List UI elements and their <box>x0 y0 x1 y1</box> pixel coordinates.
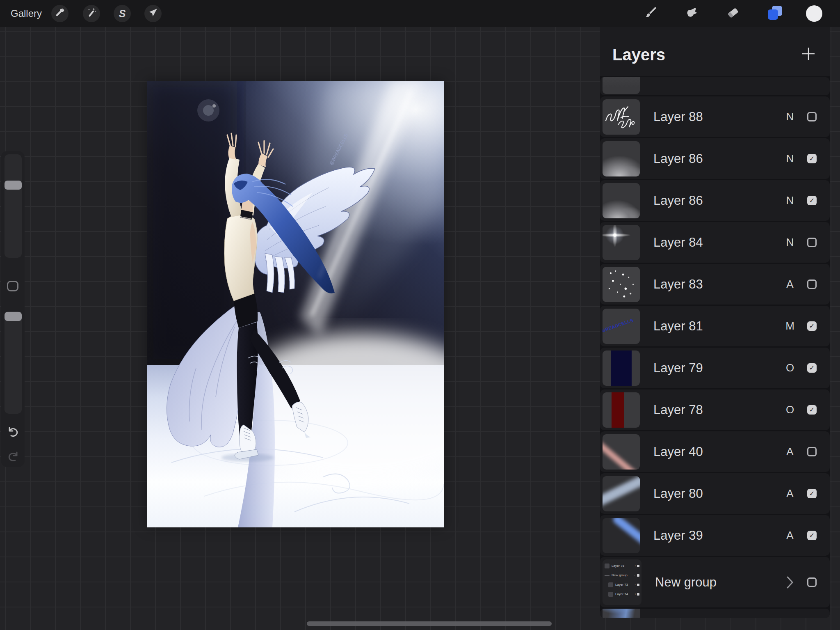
layer-visibility-checkbox[interactable] <box>807 112 817 121</box>
sidebar <box>1 151 25 467</box>
wrench-icon <box>55 7 65 20</box>
layer-thumbnail[interactable] <box>603 609 640 618</box>
layer-row[interactable] <box>600 77 830 95</box>
eraser-button[interactable] <box>725 5 741 22</box>
layer-visibility-checkbox[interactable]: ✓ <box>807 321 817 331</box>
add-layer-button[interactable] <box>800 46 817 63</box>
blend-mode-letter[interactable]: N <box>782 194 798 207</box>
layer-row[interactable]: Layer 39 A ✓ <box>600 515 830 556</box>
layer-thumbnail[interactable] <box>603 183 640 218</box>
redo-button[interactable] <box>4 450 22 465</box>
layer-thumbnail[interactable] <box>603 267 640 302</box>
layer-visibility-checkbox[interactable]: ✓ <box>807 531 817 540</box>
layer-visibility-checkbox[interactable] <box>807 577 817 587</box>
layer-thumbnail[interactable] <box>603 77 640 94</box>
layer-thumbnail[interactable] <box>603 225 640 260</box>
layer-name: Layer 39 <box>653 528 782 543</box>
blend-mode-letter[interactable]: N <box>782 236 798 249</box>
actions-button[interactable] <box>51 5 68 22</box>
smudge-button[interactable] <box>683 5 700 22</box>
selection-button[interactable]: S <box>114 5 131 22</box>
layers-panel: Layers Layer 88 N Layer 86 N ✓ Layer 86 … <box>600 27 830 618</box>
group-mini-row: New group⌄ <box>605 572 639 578</box>
layer-row[interactable]: Layer 86 N ✓ <box>600 180 830 221</box>
brush-button[interactable] <box>643 5 659 22</box>
brush-size-slider[interactable] <box>5 154 22 258</box>
redo-arrow-icon <box>6 450 20 464</box>
blend-mode-letter[interactable]: M <box>782 320 798 332</box>
layer-row[interactable]: Layer 40 A <box>600 431 830 472</box>
layer-name: Layer 84 <box>653 235 782 250</box>
blend-mode-letter[interactable]: O <box>782 362 798 374</box>
adjustments-button[interactable] <box>83 5 100 22</box>
layer-row[interactable]: Layer 79 O ✓ <box>600 348 830 388</box>
layer-visibility-checkbox[interactable]: ✓ <box>807 363 817 373</box>
layer-thumbnail[interactable] <box>603 434 640 470</box>
layer-name: Layer 83 <box>653 277 782 292</box>
paintbrush-icon <box>644 6 658 21</box>
canvas-artwork[interactable]: @BREADCELLS <box>147 81 444 527</box>
opacity-slider[interactable] <box>5 311 22 414</box>
layer-row[interactable] <box>600 609 830 618</box>
modify-button[interactable] <box>7 281 18 291</box>
layer-row[interactable]: BREADCELLS Layer 81 M ✓ <box>600 306 830 346</box>
chevron-right-icon[interactable] <box>782 576 798 589</box>
layer-thumbnail[interactable] <box>603 392 640 428</box>
layer-row[interactable]: Layer 80 A ✓ <box>600 473 830 514</box>
layer-thumbnail[interactable] <box>603 141 640 176</box>
group-mini-row: Layer 74‹ <box>608 591 639 597</box>
layer-visibility-checkbox[interactable] <box>807 279 817 289</box>
transform-arrow-icon <box>148 7 158 20</box>
layer-row[interactable]: Layer 88 N <box>600 96 830 137</box>
layer-row[interactable]: Layer 84 N <box>600 222 830 263</box>
layers-button[interactable] <box>767 5 783 22</box>
magic-wand-icon <box>86 7 97 20</box>
color-button[interactable] <box>806 5 822 22</box>
gallery-button[interactable]: Gallery <box>11 0 42 27</box>
horizontal-scrollbar[interactable] <box>307 621 552 626</box>
layer-thumbnail[interactable] <box>603 476 640 511</box>
selection-s-icon: S <box>119 9 126 19</box>
smudge-finger-icon <box>685 6 698 21</box>
layer-row[interactable]: Layer 83 A <box>600 264 830 305</box>
layer-visibility-checkbox[interactable] <box>807 238 817 247</box>
layer-row[interactable]: Layer 75‹New group⌄Layer 73‹Layer 74‹ Ne… <box>600 557 830 607</box>
layer-thumbnail[interactable] <box>603 518 640 553</box>
layer-row[interactable]: Layer 78 O ✓ <box>600 389 830 430</box>
layer-name: Layer 88 <box>653 110 782 124</box>
undo-button[interactable] <box>4 425 22 440</box>
layer-name: Layer 86 <box>653 151 782 166</box>
blend-mode-letter[interactable]: N <box>782 110 798 123</box>
layer-name: Layer 78 <box>653 403 782 417</box>
layer-name: Layer 81 <box>653 319 782 334</box>
transform-button[interactable] <box>144 5 162 22</box>
brush-size-handle[interactable] <box>5 181 22 190</box>
layers-panel-title: Layers <box>612 46 665 64</box>
layers-list[interactable]: Layer 88 N Layer 86 N ✓ Layer 86 N ✓ Lay… <box>600 77 830 618</box>
topbar: Gallery S <box>0 0 840 27</box>
layer-name: Layer 40 <box>653 444 782 459</box>
layer-thumbnail[interactable]: BREADCELLS <box>603 309 640 344</box>
group-mini-row: Layer 75‹ <box>605 563 639 569</box>
plus-icon <box>801 46 816 63</box>
layer-thumbnail[interactable] <box>603 351 640 386</box>
blend-mode-letter[interactable]: A <box>782 487 798 500</box>
blend-mode-letter[interactable]: A <box>782 445 798 458</box>
blend-mode-letter[interactable]: O <box>782 403 798 416</box>
layers-panel-header: Layers <box>600 27 830 76</box>
layer-visibility-checkbox[interactable]: ✓ <box>807 196 817 205</box>
layer-visibility-checkbox[interactable]: ✓ <box>807 154 817 163</box>
layer-thumbnail[interactable]: Layer 75‹New group⌄Layer 73‹Layer 74‹ <box>603 559 641 605</box>
layer-visibility-checkbox[interactable]: ✓ <box>807 489 817 498</box>
layer-thumbnail[interactable] <box>603 99 640 135</box>
color-swatch-icon <box>806 5 822 22</box>
blend-mode-letter[interactable]: A <box>782 529 798 542</box>
blend-mode-letter[interactable]: N <box>782 152 798 165</box>
layer-row[interactable]: Layer 86 N ✓ <box>600 138 830 179</box>
layer-name: Layer 86 <box>653 193 782 208</box>
lens-flare <box>197 99 219 121</box>
layer-visibility-checkbox[interactable] <box>807 447 817 456</box>
opacity-handle[interactable] <box>5 312 22 321</box>
layer-visibility-checkbox[interactable]: ✓ <box>807 405 817 415</box>
blend-mode-letter[interactable]: A <box>782 278 798 291</box>
